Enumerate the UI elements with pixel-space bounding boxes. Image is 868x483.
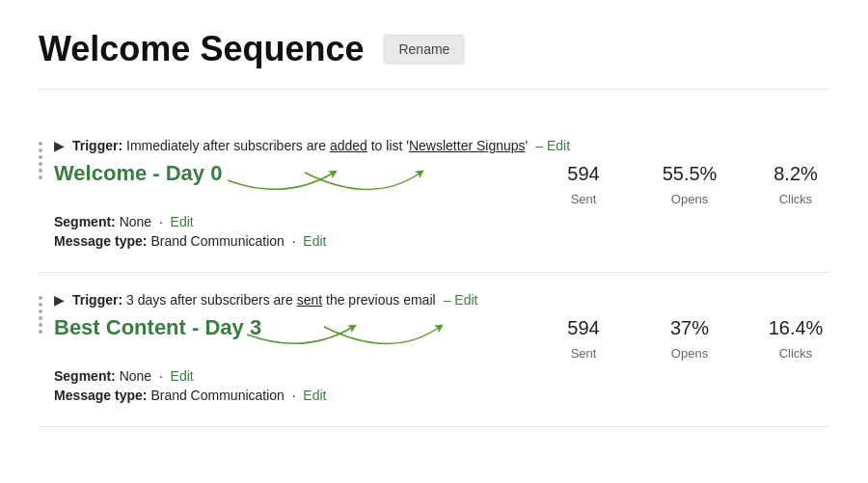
stats-row: 594 55.5% 8.2% — [550, 163, 829, 185]
trigger-edit-link[interactable]: – Edit — [535, 138, 570, 153]
message-type-value-2: Brand Communication — [150, 388, 285, 403]
play-icon: ▶ — [54, 138, 65, 153]
stat-labels-row: Sent Opens Clicks — [54, 192, 829, 206]
stat-clicks-2: 16.4% — [762, 317, 829, 339]
trigger-underline-3: sent — [297, 292, 322, 308]
item-1-content: ▶ Trigger: Immediately after subscribers… — [54, 138, 829, 253]
clicks-label: Clicks — [762, 192, 829, 206]
rename-button[interactable]: Rename — [383, 34, 465, 65]
segment-row: Segment: None · Edit — [54, 214, 829, 229]
message-type-label: Message type: — [54, 233, 147, 249]
trigger-label: Trigger: — [72, 138, 122, 153]
segment-value: None — [120, 214, 151, 229]
opens-label-2: Opens — [656, 346, 723, 361]
trigger-underline-1: added — [330, 138, 367, 153]
message-type-row: Message type: Brand Communication · Edit — [54, 233, 829, 249]
email-stats-row: Welcome - Day 0 5 — [54, 161, 829, 186]
trigger-row: ▶ Trigger: Immediately after subscribers… — [54, 138, 829, 153]
email-stats-row-2: Best Content - Day 3 594 37 — [54, 315, 829, 340]
message-type-label-2: Message type: — [54, 388, 147, 403]
segment-label-2: Segment: — [54, 368, 116, 384]
segment-value-2: None — [120, 368, 151, 384]
stat-opens-2: 37% — [656, 317, 723, 339]
segment-edit-link-2[interactable]: Edit — [171, 368, 194, 384]
trigger-text-2: Trigger: 3 days after subscribers are se… — [72, 292, 436, 308]
page-header: Welcome Sequence Rename — [39, 29, 829, 90]
stats-row-2: 594 37% 16.4% — [550, 317, 829, 339]
stat-sent-2: 594 — [550, 317, 617, 339]
trigger-edit-link-2[interactable]: – Edit — [444, 292, 478, 308]
segment-row-2: Segment: None · Edit — [54, 368, 829, 384]
message-type-edit-link[interactable]: Edit — [303, 233, 326, 249]
clicks-label-2: Clicks — [762, 346, 829, 361]
page-title: Welcome Sequence — [39, 29, 364, 69]
sent-label-2: Sent — [550, 346, 617, 361]
sequence-item-2: ▶ Trigger: 3 days after subscribers are … — [39, 273, 829, 427]
stat-sent: 594 — [550, 163, 617, 185]
item-2-content: ▶ Trigger: 3 days after subscribers are … — [54, 292, 829, 407]
trigger-underline-2: Newsletter Signups — [409, 138, 526, 153]
stat-labels-row-2: Sent Opens Clicks — [54, 346, 829, 361]
sequence-item: ▶ Trigger: Immediately after subscribers… — [39, 119, 829, 273]
stat-clicks: 8.2% — [762, 163, 829, 185]
sent-label: Sent — [550, 192, 617, 206]
segment-label: Segment: — [54, 214, 116, 229]
arrow-decoration — [228, 153, 478, 192]
message-type-row-2: Message type: Brand Communication · Edit — [54, 388, 829, 403]
drag-handle[interactable] — [39, 138, 42, 179]
opens-label: Opens — [656, 192, 723, 206]
trigger-row-2: ▶ Trigger: 3 days after subscribers are … — [54, 292, 829, 308]
sequence-list: ▶ Trigger: Immediately after subscribers… — [39, 119, 829, 427]
arrow-decoration-2 — [247, 308, 498, 346]
drag-handle-2[interactable] — [39, 292, 42, 334]
trigger-text: Trigger: Immediately after subscribers a… — [72, 138, 528, 153]
message-type-edit-link-2[interactable]: Edit — [303, 388, 326, 403]
stat-opens: 55.5% — [656, 163, 723, 185]
segment-edit-link[interactable]: Edit — [171, 214, 194, 229]
message-type-value: Brand Communication — [150, 233, 285, 249]
trigger-label-2: Trigger: — [72, 292, 122, 308]
play-icon-2: ▶ — [54, 292, 65, 308]
